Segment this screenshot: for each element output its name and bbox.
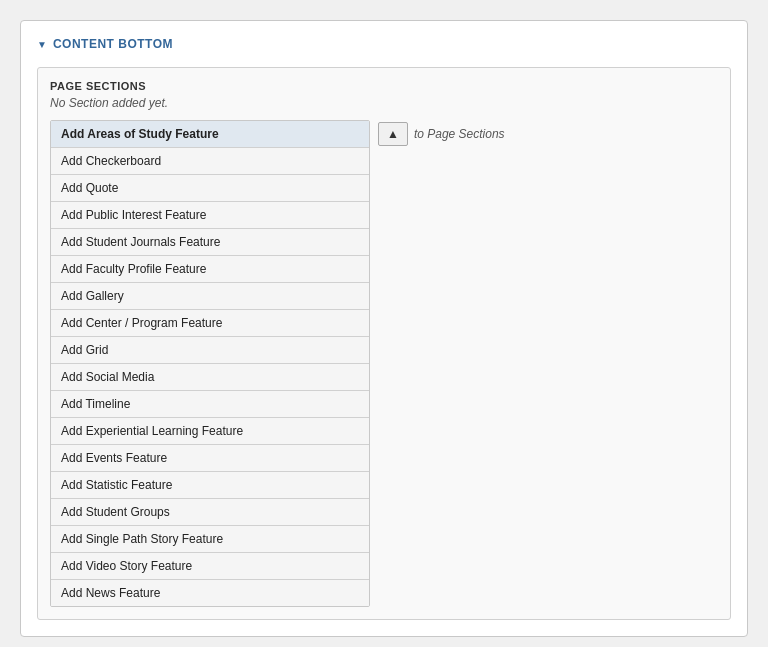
list-item[interactable]: Add News Feature	[51, 580, 369, 606]
feature-list: Add Areas of Study FeatureAdd Checkerboa…	[50, 120, 370, 607]
list-item[interactable]: Add Quote	[51, 175, 369, 202]
list-item[interactable]: Add Experiential Learning Feature	[51, 418, 369, 445]
add-to-sections-button[interactable]: ▲	[378, 122, 408, 146]
page-sections-label: PAGE SECTIONS	[50, 80, 718, 92]
list-item[interactable]: Add Student Groups	[51, 499, 369, 526]
list-item[interactable]: Add Areas of Study Feature	[51, 121, 369, 148]
list-item[interactable]: Add Timeline	[51, 391, 369, 418]
section-title: CONTENT BOTTOM	[53, 37, 173, 51]
add-button-area: ▲ to Page Sections	[378, 120, 505, 146]
content-bottom-panel: ▼ CONTENT BOTTOM PAGE SECTIONS No Sectio…	[20, 20, 748, 637]
list-item[interactable]: Add Student Journals Feature	[51, 229, 369, 256]
list-item[interactable]: Add Events Feature	[51, 445, 369, 472]
list-and-button-row: Add Areas of Study FeatureAdd Checkerboa…	[50, 120, 718, 607]
page-sections-container: PAGE SECTIONS No Section added yet. Add …	[37, 67, 731, 620]
list-item[interactable]: Add Statistic Feature	[51, 472, 369, 499]
list-item[interactable]: Add Checkerboard	[51, 148, 369, 175]
list-item[interactable]: Add Single Path Story Feature	[51, 526, 369, 553]
list-item[interactable]: Add Faculty Profile Feature	[51, 256, 369, 283]
list-item[interactable]: Add Social Media	[51, 364, 369, 391]
list-item[interactable]: Add Center / Program Feature	[51, 310, 369, 337]
list-item[interactable]: Add Gallery	[51, 283, 369, 310]
add-destination-label: to Page Sections	[414, 122, 505, 141]
list-item[interactable]: Add Video Story Feature	[51, 553, 369, 580]
list-item[interactable]: Add Public Interest Feature	[51, 202, 369, 229]
no-section-message: No Section added yet.	[50, 96, 718, 110]
chevron-down-icon: ▼	[37, 39, 47, 50]
list-item[interactable]: Add Grid	[51, 337, 369, 364]
section-header: ▼ CONTENT BOTTOM	[37, 37, 731, 51]
